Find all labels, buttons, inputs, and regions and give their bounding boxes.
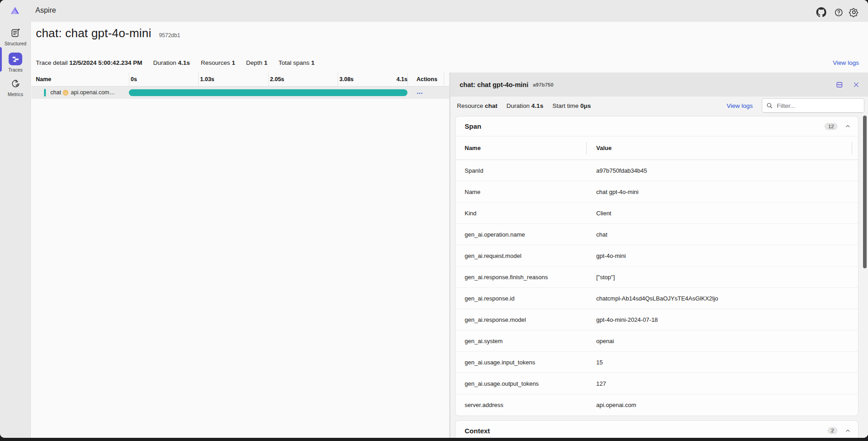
attribute-row: gen_ai.request.modelgpt-4o-mini bbox=[456, 245, 858, 267]
trace-total-spans: Total spans 1 bbox=[279, 59, 315, 66]
attribute-row: gen_ai.systemopenai bbox=[456, 330, 858, 352]
attribute-row: gen_ai.response.idchatcmpl-Ab14sd4QsLBaO… bbox=[456, 288, 858, 309]
sidebar-item-metrics[interactable]: Metrics bbox=[0, 77, 31, 97]
attribute-row: server.addressapi.openai.com bbox=[456, 394, 858, 416]
gantt-chart-icon bbox=[9, 53, 22, 65]
time-tick: 3.08s bbox=[339, 76, 353, 82]
time-tick: 1.03s bbox=[200, 76, 214, 82]
details-header: chat: chat gpt-4o-mini a97b750 bbox=[451, 73, 868, 97]
count-badge: 2 bbox=[828, 427, 838, 434]
trace-resources: Resources 1 bbox=[201, 59, 235, 66]
page-header: chat: chat gpt-4o-mini 9572db1 bbox=[36, 26, 180, 40]
details-view-logs-link[interactable]: View logs bbox=[726, 102, 753, 109]
details-start-time: Start time 0μs bbox=[552, 102, 591, 109]
arrow-circle-icon: → bbox=[63, 90, 69, 96]
chart-pie-icon bbox=[9, 77, 22, 90]
help-circle-icon[interactable] bbox=[834, 8, 843, 17]
chevron-up-icon[interactable] bbox=[845, 123, 851, 129]
span-target: api.openai.com… bbox=[71, 89, 115, 96]
view-logs-link[interactable]: View logs bbox=[833, 59, 859, 66]
column-header-name: Name bbox=[36, 76, 51, 82]
attribute-row: gen_ai.response.modelgpt-4o-mini-2024-07… bbox=[456, 309, 858, 330]
trace-detail-toolbar: Trace detail 12/5/2024 5:00:42.234 PM Du… bbox=[36, 56, 859, 69]
details-resource: Resource chat bbox=[457, 102, 497, 109]
trace-detail-timestamp: Trace detail 12/5/2024 5:00:42.234 PM bbox=[36, 59, 142, 66]
active-nav-indicator bbox=[0, 47, 2, 72]
section-title: Context bbox=[465, 427, 490, 435]
app-window: Aspire Structured bbox=[0, 0, 868, 438]
split-view-icon[interactable] bbox=[835, 81, 843, 89]
column-header-actions: Actions bbox=[417, 76, 437, 82]
scrollbar[interactable] bbox=[863, 116, 867, 268]
trace-id-badge: 9572db1 bbox=[159, 32, 180, 39]
time-tick: 4.1s bbox=[376, 76, 407, 82]
attribute-row: gen_ai.operation.namechat bbox=[456, 224, 858, 245]
split-area: Name 0s 1.03s 2.05s 3.08s 4.1s Actions c… bbox=[31, 73, 868, 438]
page-title: chat: chat gpt-4o-mini bbox=[36, 26, 151, 40]
github-icon[interactable] bbox=[816, 7, 826, 17]
settings-gear-icon[interactable] bbox=[849, 7, 859, 17]
attribute-row: gen_ai.usage.input_tokens15 bbox=[456, 352, 858, 373]
context-section-card: Context 2 bbox=[455, 420, 858, 438]
sidebar-item-traces[interactable]: Traces bbox=[0, 53, 31, 73]
close-icon[interactable] bbox=[853, 81, 860, 88]
details-duration: Duration 4.1s bbox=[506, 102, 543, 109]
column-divider[interactable] bbox=[586, 142, 587, 154]
attribute-row: Namechat gpt-4o-mini bbox=[456, 181, 858, 203]
trace-duration: Duration 4.1s bbox=[153, 59, 190, 66]
sidebar: Structured Traces Metrics bbox=[0, 22, 31, 438]
details-toolbar: Resource chat Duration 4.1s Start time 0… bbox=[451, 97, 868, 115]
attribute-table-header: Name Value bbox=[456, 136, 858, 160]
main-content: chat: chat gpt-4o-mini 9572db1 Trace det… bbox=[31, 22, 868, 438]
context-section-header[interactable]: Context 2 bbox=[456, 421, 858, 438]
trace-waterfall: Name 0s 1.03s 2.05s 3.08s 4.1s Actions c… bbox=[31, 73, 449, 438]
time-tick: 0s bbox=[131, 76, 137, 82]
chevron-up-icon[interactable] bbox=[845, 428, 851, 434]
app-title: Aspire bbox=[35, 6, 56, 15]
span-details-panel: chat: chat gpt-4o-mini a97b750 Resource … bbox=[451, 73, 868, 438]
sidebar-item-structured[interactable]: Structured bbox=[0, 26, 31, 46]
top-bar: Aspire bbox=[0, 0, 868, 22]
section-title: Span bbox=[465, 122, 481, 130]
filter-input[interactable] bbox=[777, 102, 860, 109]
sidebar-item-label: Metrics bbox=[8, 92, 23, 97]
time-tick: 2.05s bbox=[270, 76, 284, 82]
span-name: chat bbox=[50, 89, 61, 96]
aspire-logo-icon bbox=[10, 6, 20, 15]
attribute-row: KindClient bbox=[456, 203, 858, 224]
span-id-badge: a97b750 bbox=[533, 82, 553, 87]
attribute-row: gen_ai.usage.output_tokens127 bbox=[456, 373, 858, 394]
details-scroll-area: Span 12 Name Value SpanIda97b7 bbox=[451, 115, 868, 438]
search-icon bbox=[766, 102, 773, 109]
column-header-name: Name bbox=[456, 145, 587, 151]
row-actions-button[interactable]: … bbox=[417, 88, 423, 95]
filter-box bbox=[762, 98, 864, 113]
attribute-row: gen_ai.response.finish_reasons["stop"] bbox=[456, 267, 858, 288]
span-section-header[interactable]: Span 12 bbox=[456, 116, 858, 136]
structured-logs-icon bbox=[9, 26, 22, 39]
sidebar-item-label: Structured bbox=[5, 41, 26, 46]
sidebar-item-label: Traces bbox=[8, 67, 23, 73]
span-duration-bar[interactable] bbox=[129, 89, 407, 96]
column-header-value: Value bbox=[587, 145, 858, 151]
column-divider[interactable] bbox=[852, 142, 852, 154]
span-row[interactable]: chat → api.openai.com… … bbox=[31, 87, 449, 99]
details-title: chat: chat gpt-4o-mini bbox=[460, 81, 528, 88]
waterfall-header: Name 0s 1.03s 2.05s 3.08s 4.1s Actions bbox=[31, 73, 449, 87]
attribute-row: SpanIda97b750fdab34b45 bbox=[456, 160, 858, 181]
count-badge: 12 bbox=[824, 123, 838, 130]
span-section-card: Span 12 Name Value SpanIda97b7 bbox=[455, 116, 858, 416]
span-color-indicator bbox=[44, 89, 46, 97]
trace-depth: Depth 1 bbox=[246, 59, 267, 66]
